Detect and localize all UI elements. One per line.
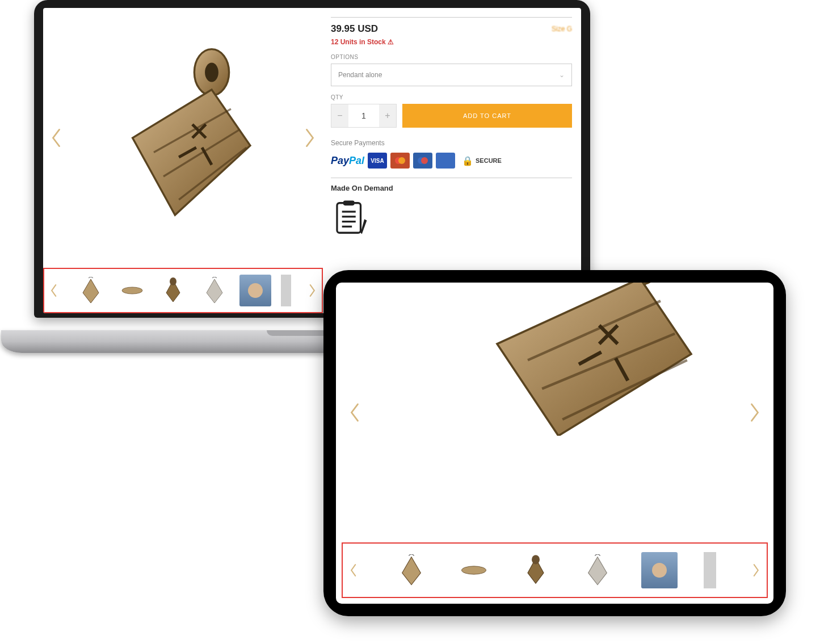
divider [331, 17, 572, 18]
chevron-right-icon [748, 402, 761, 423]
thumbs-next-button[interactable] [307, 283, 318, 298]
thumbnail-5[interactable] [239, 275, 271, 306]
ssl-secure-badge: 🔒 SECURE [459, 153, 505, 169]
laptop-screen: 39.95 USD Size G 12 Units in Stock ⚠ OPT… [43, 8, 581, 313]
thumbnail-list [66, 275, 300, 306]
qty-decrease-button[interactable]: − [331, 104, 348, 127]
chevron-left-icon [347, 562, 359, 578]
svg-point-5 [398, 157, 405, 164]
thumbnail-4[interactable] [199, 275, 230, 306]
size-guide-link[interactable]: Size G [552, 25, 572, 33]
chevron-left-icon [50, 127, 62, 149]
svg-point-16 [461, 566, 486, 574]
svg-point-3 [170, 277, 176, 285]
svg-point-17 [532, 555, 540, 564]
stock-status: 12 Units in Stock ⚠ [331, 38, 572, 46]
lock-icon: 🔒 [462, 155, 473, 166]
qty-value[interactable]: 1 [348, 104, 379, 127]
thumbnail-2[interactable] [116, 275, 148, 306]
add-to-cart-button[interactable]: ADD TO CART [402, 104, 572, 128]
tablet-gallery-next-button[interactable] [748, 402, 761, 423]
mastercard-icon [394, 157, 406, 165]
svg-point-2 [122, 287, 142, 294]
product-main-image[interactable] [86, 41, 279, 234]
clipboard-icon [331, 198, 371, 238]
price-row: 39.95 USD Size G [331, 23, 572, 35]
made-on-demand-heading: Made On Demand [331, 184, 572, 192]
paypal-badge: PayPal [331, 153, 364, 169]
options-selected-value: Pendant alone [338, 71, 382, 79]
maestro-icon [417, 157, 429, 165]
tablet-thumbnail-3[interactable] [518, 552, 554, 588]
paypal-pay: Pay [331, 155, 349, 167]
thumbnail-strip [43, 268, 323, 313]
svg-point-7 [421, 157, 428, 164]
qty-and-cart-row: − 1 + ADD TO CART [331, 104, 572, 128]
tablet-gallery-main [336, 283, 773, 542]
mastercard-badge [390, 153, 410, 169]
tablet-thumbs-prev-button[interactable] [347, 562, 359, 578]
svg-point-1 [205, 62, 219, 82]
thumbnail-overflow[interactable] [281, 275, 291, 306]
secure-text: SECURE [476, 157, 502, 164]
amex-badge [436, 153, 455, 169]
chevron-left-icon [348, 402, 361, 423]
svg-rect-9 [343, 200, 355, 205]
chevron-right-icon [751, 562, 762, 578]
gallery-prev-button[interactable] [50, 127, 62, 149]
tablet-screen [336, 283, 773, 604]
options-label: OPTIONS [331, 54, 572, 60]
gallery-next-button[interactable] [304, 127, 316, 149]
chevron-down-icon: ⌄ [559, 71, 565, 79]
thumbnail-3[interactable] [157, 275, 189, 306]
visa-badge: VISA [368, 153, 387, 169]
thumbs-prev-button[interactable] [48, 283, 59, 298]
quantity-stepper: − 1 + [331, 104, 397, 128]
divider [331, 178, 572, 178]
product-price: 39.95 USD [331, 23, 378, 35]
tablet-thumbnail-4[interactable] [579, 552, 616, 588]
tablet-thumbs-next-button[interactable] [751, 562, 762, 578]
chevron-right-icon [307, 283, 318, 298]
svg-rect-8 [337, 203, 361, 233]
chevron-left-icon [48, 283, 59, 298]
tablet-product-main-image[interactable] [430, 283, 748, 436]
tablet-thumbnail-overflow[interactable] [704, 552, 716, 588]
gallery-column [43, 8, 323, 313]
gallery-main-image-area [43, 8, 323, 268]
maestro-badge [413, 153, 432, 169]
thumbnail-1[interactable] [75, 275, 107, 306]
made-on-demand-icon [331, 198, 371, 238]
tablet-device [323, 270, 786, 616]
tablet-thumbnail-5[interactable] [641, 552, 678, 588]
paypal-pal: Pal [349, 155, 364, 167]
product-page: 39.95 USD Size G 12 Units in Stock ⚠ OPT… [43, 8, 581, 313]
tablet-gallery-prev-button[interactable] [348, 402, 361, 423]
chevron-right-icon [304, 127, 316, 149]
tablet-thumbnail-strip [342, 542, 768, 598]
qty-label: QTY [331, 94, 572, 100]
qty-increase-button[interactable]: + [379, 104, 396, 127]
secure-payments-label: Secure Payments [331, 139, 572, 147]
payment-badges: PayPal VISA 🔒 SECURE [331, 153, 572, 169]
options-select[interactable]: Pendant alone ⌄ [331, 64, 572, 86]
product-details: 39.95 USD Size G 12 Units in Stock ⚠ OPT… [323, 8, 581, 313]
tablet-thumbnail-1[interactable] [393, 552, 430, 588]
tablet-thumbnail-2[interactable] [456, 552, 492, 588]
tablet-thumbnail-list [368, 552, 742, 588]
